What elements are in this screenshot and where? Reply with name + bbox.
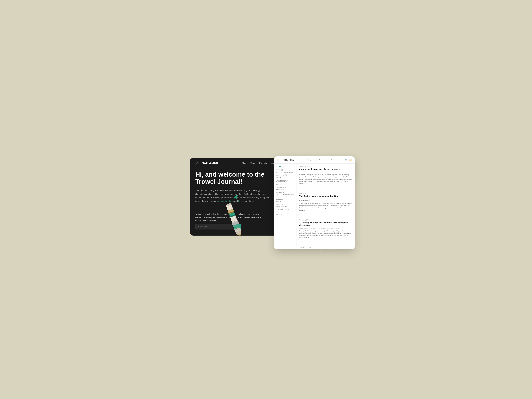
- blog-card-logo: 🪄 Trowel Journal: [277, 159, 294, 161]
- post-0-tag-0[interactable]: LEARN-IN-PUBLIC: [299, 171, 310, 172]
- post-1-title[interactable]: The iPad in my Archaeological Toolkits: [299, 195, 352, 197]
- post-0-tag-1[interactable]: LEARNING: [310, 171, 317, 172]
- sidebar-item-8[interactable]: DEFINITION (1): [276, 191, 295, 194]
- blog-posts-list: January 30, 2024 Embracing the concept o…: [297, 164, 355, 249]
- post-2-tag-1[interactable]: ARCHAEOLOGY: [309, 227, 318, 229]
- sidebar-item-7[interactable]: INKTOBER (1): [276, 188, 295, 191]
- post-3-title[interactable]: Science Communication vs Scientific Comm…: [299, 249, 352, 249]
- blog-post-1: October 18, 2023 The iPad in my Archaeol…: [299, 193, 352, 215]
- post-2-tags: ILLUSTRATION ARCHAEOLOGY ARCHAEOLOGICAL-…: [299, 227, 352, 229]
- sidebar-section-title: ALL POSTS: [276, 166, 295, 167]
- post-0-excerpt: Explore the concept of 'Learn in Public'…: [299, 174, 352, 185]
- sidebar-item-5[interactable]: ARCHINK (1): [276, 183, 295, 186]
- blog-theme-button[interactable]: 🌙: [349, 159, 352, 161]
- sidebar-item-11[interactable]: IPAD (1): [276, 200, 295, 203]
- nav-link-tags[interactable]: Tags: [250, 162, 255, 164]
- post-1-tag-2[interactable]: ARCHAEOLOGICAL-ILLUSTRATIION: [319, 198, 340, 200]
- blog-nav-link-tags[interactable]: Tags: [313, 159, 317, 161]
- post-2-excerpt: Delving into the rich history of archaeo…: [299, 230, 352, 239]
- blog-card-nav: 🪄 Trowel Journal Blog Tags Projects Abou…: [274, 156, 355, 164]
- nav-links: Blog Tags Projects About: [242, 162, 277, 164]
- paintbrush-illustration: [217, 196, 248, 236]
- nav-logo-text: Trowel Journal: [200, 161, 218, 164]
- post-2-tag-2[interactable]: ARCHAEOLOGICAL-ILLUSTRATIION: [319, 227, 340, 229]
- post-0-tag-2[interactable]: PUBLIC: [317, 171, 322, 172]
- post-1-date: October 18, 2023: [299, 193, 352, 194]
- blog-card-logo-icon: 🪄: [277, 159, 279, 161]
- blog-nav-link-blog[interactable]: Blog: [308, 159, 310, 161]
- post-2-tag-0[interactable]: ILLUSTRATION: [299, 227, 308, 229]
- sidebar-item-0[interactable]: SCICOM (2): [276, 169, 295, 171]
- post-1-tag-0[interactable]: ILLUSTRATION: [299, 198, 308, 200]
- blog-post-0: January 30, 2024 Embracing the concept o…: [299, 166, 352, 189]
- post-1-tags: ILLUSTRATION ARCHAEOLOGY ARCHAEOLOGICAL-…: [299, 198, 352, 201]
- main-container: 🪄 Trowel Journal Blog Tags Projects Abou…: [190, 158, 342, 241]
- sidebar-item-10[interactable]: SCICOMM (1): [276, 198, 295, 201]
- sidebar-item-16[interactable]: PUBLIC (1): [276, 213, 295, 216]
- post-1-tag-4[interactable]: DIGITAL: [344, 198, 349, 200]
- blog-card-nav-links: Blog Tags Projects About: [308, 159, 332, 161]
- sidebar-item-3[interactable]: ARCHAEOLOGY (2): [276, 176, 295, 179]
- logo-icon: 🪄: [195, 161, 199, 165]
- blog-nav-link-projects[interactable]: Projects: [319, 159, 325, 161]
- sidebar-item-15[interactable]: LEARNING (1): [276, 211, 295, 213]
- sidebar-item-9[interactable]: SCIENTIFIC-COMMUNICATION (1): [276, 193, 295, 198]
- nav-link-blog[interactable]: Blog: [242, 162, 246, 164]
- blog-nav-link-about[interactable]: About: [328, 159, 332, 161]
- blog-sidebar: ALL POSTS SCICOM (2) SCIENCE-COMMUNICATI…: [274, 164, 297, 249]
- post-1-excerpt: This post delves into the practical use …: [299, 203, 352, 211]
- post-1-tag-1[interactable]: ARCHAEOLOGY: [309, 198, 318, 200]
- post-0-date: January 30, 2024: [299, 166, 352, 167]
- sidebar-item-1[interactable]: SCIENCE-COMMUNICATION (2): [276, 171, 295, 174]
- blog-search-button[interactable]: 🔍: [345, 159, 348, 161]
- blog-card: 🪄 Trowel Journal Blog Tags Projects Abou…: [274, 156, 355, 249]
- blog-card-logo-text: Trowel Journal: [280, 159, 294, 161]
- nav-link-projects[interactable]: Projects: [259, 162, 267, 164]
- sidebar-item-14[interactable]: LEARN-IN-PUBLIC (1): [276, 208, 295, 211]
- post-1-tag-3[interactable]: IPAD: [341, 198, 343, 200]
- sidebar-item-6[interactable]: ARCHAEOINK (1): [276, 186, 295, 189]
- nav-logo: 🪄 Trowel Journal: [195, 161, 218, 165]
- sidebar-item-12[interactable]: DIGITAL (1): [276, 203, 295, 206]
- sidebar-item-2[interactable]: ILLUSTRATION (2): [276, 174, 295, 177]
- blog-post-3: September 18, 2023 Science Communication…: [299, 247, 352, 249]
- post-2-title[interactable]: A Journey Through the History of Archaeo…: [299, 221, 352, 227]
- post-0-tags: LEARN-IN-PUBLIC LEARNING PUBLIC: [299, 171, 352, 172]
- hero-title: Hi, and welcome to the Trowel Journal!: [195, 171, 270, 185]
- post-0-title[interactable]: Embracing the concept of Learn in Public: [299, 168, 352, 171]
- post-3-date: September 18, 2023: [299, 247, 352, 248]
- sidebar-item-13[interactable]: DIGITAL-DRAWING (1): [276, 206, 295, 208]
- blog-card-nav-icons: 🔍 🌙: [345, 159, 352, 161]
- post-2-date: October 9, 2023: [299, 219, 352, 221]
- post-1-tag-5[interactable]: DIGITAL-DRAWING: [299, 200, 310, 201]
- sidebar-item-4[interactable]: ARCHAEOLOGICAL-ILLUSTRATIION (2): [276, 179, 295, 183]
- blog-post-2: October 9, 2023 A Journey Through the Hi…: [299, 219, 352, 243]
- blog-card-body: ALL POSTS SCICOM (2) SCIENCE-COMMUNICATI…: [274, 164, 355, 249]
